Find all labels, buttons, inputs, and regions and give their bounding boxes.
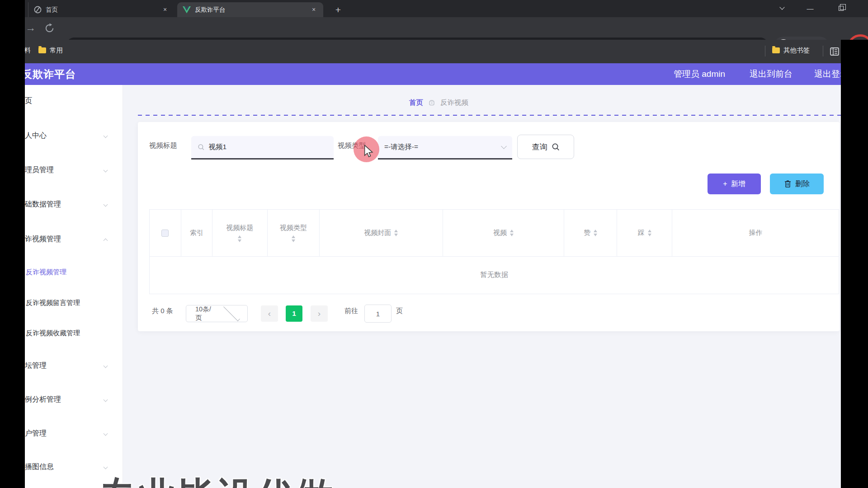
tab-title: 反欺诈平台 bbox=[195, 6, 310, 14]
table-empty-state: 暂无数据 bbox=[149, 256, 839, 294]
breadcrumb: 首页 反诈视频 bbox=[409, 97, 468, 108]
goto-page-input[interactable] bbox=[364, 305, 392, 323]
admin-user-label: 管理员 admin bbox=[674, 63, 725, 85]
video-title-input[interactable] bbox=[191, 136, 334, 160]
sort-carets-icon[interactable] bbox=[238, 235, 241, 242]
column-header-likes[interactable]: 赞 bbox=[564, 210, 617, 257]
chevron-down-icon bbox=[104, 432, 108, 436]
breadcrumb-home-link[interactable]: 首页 bbox=[409, 98, 423, 108]
chevron-down-icon bbox=[104, 465, 108, 469]
page-size-select[interactable]: 10条/页 bbox=[186, 305, 248, 322]
column-header-dislikes[interactable]: 踩 bbox=[617, 210, 672, 257]
mouse-cursor bbox=[363, 145, 374, 157]
sort-carets-icon[interactable] bbox=[648, 230, 651, 236]
column-header-actions: 操作 bbox=[672, 210, 839, 257]
window-menu-chevron-icon[interactable] bbox=[772, 0, 792, 16]
sort-carets-icon[interactable] bbox=[510, 230, 514, 236]
folder-icon bbox=[38, 47, 46, 53]
chevron-down-icon bbox=[223, 305, 240, 321]
new-tab-button[interactable]: + bbox=[331, 3, 345, 17]
chevron-down-icon bbox=[104, 202, 108, 207]
tab-close-icon[interactable]: × bbox=[161, 6, 169, 14]
video-title-label: 视频标题 bbox=[149, 141, 177, 150]
bookmark-folder-common[interactable]: 常用 bbox=[38, 46, 63, 55]
app-title: 反欺诈平台 bbox=[22, 63, 76, 85]
browser-tab-current[interactable]: 反欺诈平台 × bbox=[177, 2, 323, 17]
delete-button[interactable]: 删除 bbox=[770, 174, 824, 194]
chevron-down-icon bbox=[104, 168, 108, 173]
prev-page-button[interactable]: ‹ bbox=[261, 305, 278, 322]
folder-icon bbox=[772, 47, 780, 53]
next-page-button[interactable]: › bbox=[311, 305, 328, 322]
breadcrumb-separator-icon bbox=[428, 99, 435, 106]
browser-tab-strip: 首页 × 反欺诈平台 × + — bbox=[0, 0, 868, 17]
breadcrumb-current: 反诈视频 bbox=[440, 98, 468, 108]
goto-unit-label: 页 bbox=[396, 307, 403, 315]
select-all-cell bbox=[150, 210, 181, 257]
sort-carets-icon[interactable] bbox=[292, 235, 295, 242]
bookmarks-bar: 资料 常用 其他书签 bbox=[0, 40, 841, 63]
bookmark-label: 常用 bbox=[50, 46, 63, 55]
screen-crop-right bbox=[841, 40, 868, 488]
tab-title: 首页 bbox=[46, 6, 161, 14]
other-bookmarks-folder[interactable]: 其他书签 bbox=[772, 46, 810, 55]
chevron-up-icon bbox=[104, 239, 108, 243]
trash-icon bbox=[784, 180, 792, 188]
app-header: 反欺诈平台 管理员 admin 退出到前台 退出登录 bbox=[0, 63, 868, 85]
goto-label: 前往 bbox=[344, 307, 358, 315]
screen-crop-left bbox=[0, 0, 25, 488]
chevron-down-icon bbox=[501, 143, 507, 149]
column-header-video[interactable]: 视频 bbox=[443, 210, 565, 257]
video-title-field[interactable] bbox=[209, 143, 327, 151]
add-button[interactable]: + 新增 bbox=[708, 174, 761, 194]
default-favicon-globe-icon bbox=[34, 6, 42, 14]
pagination-total: 共 0 条 bbox=[152, 307, 173, 315]
video-type-select[interactable]: =-请选择-= bbox=[378, 136, 512, 160]
search-icon bbox=[552, 143, 560, 151]
search-icon bbox=[198, 143, 205, 151]
side-panel-icon[interactable] bbox=[829, 46, 840, 57]
current-page-button[interactable]: 1 bbox=[286, 305, 302, 322]
chevron-down-icon bbox=[104, 134, 108, 138]
bookmarks-separator bbox=[823, 46, 823, 56]
window-minimize-button[interactable]: — bbox=[800, 0, 820, 16]
dashed-divider bbox=[138, 115, 841, 116]
forward-button[interactable]: → bbox=[25, 22, 36, 34]
tab-close-icon[interactable]: × bbox=[310, 6, 318, 14]
select-all-checkbox[interactable] bbox=[161, 230, 169, 237]
column-header-video-type[interactable]: 视频类型 bbox=[268, 210, 320, 257]
reload-button[interactable] bbox=[44, 23, 55, 33]
window-restore-button[interactable] bbox=[831, 0, 851, 16]
browser-tab-home[interactable]: 首页 × bbox=[28, 2, 175, 17]
column-header-video-title[interactable]: 视频标题 bbox=[212, 210, 268, 257]
select-value: =-请选择-= bbox=[384, 142, 498, 152]
chevron-down-icon bbox=[104, 398, 108, 402]
bookmarks-separator bbox=[765, 46, 765, 56]
sort-carets-icon[interactable] bbox=[394, 230, 398, 236]
browser-toolbar: → i localhost:8080/fanzhapingtai/admin/d… bbox=[0, 17, 868, 40]
column-header-video-cover[interactable]: 视频封面 bbox=[320, 210, 443, 257]
chevron-down-icon bbox=[104, 364, 108, 368]
plus-icon: + bbox=[723, 180, 727, 188]
vue-favicon-icon bbox=[183, 6, 191, 14]
sort-carets-icon[interactable] bbox=[594, 230, 597, 236]
query-button[interactable]: 查询 bbox=[517, 135, 574, 159]
exit-to-front-link[interactable]: 退出到前台 bbox=[750, 63, 793, 85]
watermark-text: 专业毕设代做 bbox=[99, 471, 335, 488]
bookmark-label: 其他书签 bbox=[783, 46, 810, 55]
column-header-index: 索引 bbox=[181, 210, 212, 257]
table-header-row: 索引 视频标题 视频类型 视频封面 视频 赞 踩 操作 bbox=[149, 209, 839, 256]
